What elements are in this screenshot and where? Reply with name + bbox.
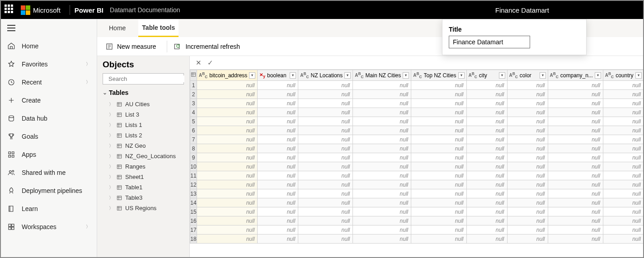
grid-cell[interactable]: null (298, 180, 353, 189)
grid-cell[interactable]: null (507, 126, 548, 135)
grid-cell[interactable]: null (548, 225, 603, 235)
table-row[interactable]: 8nullnullnullnullnullnullnullnullnull (190, 144, 644, 153)
grid-cell[interactable]: null (258, 180, 298, 189)
grid-cell[interactable]: null (197, 189, 258, 198)
row-number[interactable]: 11 (190, 171, 197, 180)
grid-cell[interactable]: null (507, 198, 548, 207)
grid-cell[interactable]: null (298, 225, 353, 235)
grid-cell[interactable]: null (258, 171, 298, 180)
grid-cell[interactable]: null (197, 207, 258, 216)
grid-cell[interactable]: null (411, 117, 466, 126)
nav-item-goals[interactable]: Goals (1, 127, 97, 145)
data-grid-scroll[interactable]: ABCbitcoin_address▾✕yboolean▾ABCNZ Locat… (190, 70, 643, 257)
grid-corner[interactable] (190, 70, 197, 81)
grid-cell[interactable]: null (411, 198, 466, 207)
table-tree-item[interactable]: 〉NZ Geo (103, 141, 184, 151)
column-header[interactable]: ABCNZ Locations▾ (298, 70, 353, 81)
tab-home[interactable]: Home (105, 20, 129, 36)
grid-cell[interactable]: null (411, 108, 466, 117)
grid-cell[interactable]: null (603, 162, 643, 171)
grid-cell[interactable]: null (466, 180, 507, 189)
column-filter-button[interactable]: ▾ (344, 72, 351, 79)
row-number[interactable]: 2 (190, 90, 197, 99)
formula-cancel-button[interactable]: ✕ (193, 58, 204, 68)
grid-cell[interactable]: null (298, 153, 353, 162)
grid-cell[interactable]: null (258, 126, 298, 135)
grid-cell[interactable]: null (411, 144, 466, 153)
datamart-name-label[interactable]: Finance Datamart (495, 6, 549, 14)
table-row[interactable]: 4nullnullnullnullnullnullnullnullnull (190, 108, 644, 117)
grid-cell[interactable]: null (298, 117, 353, 126)
nav-item-shared[interactable]: Shared with me (1, 164, 97, 182)
row-number[interactable]: 14 (190, 198, 197, 207)
grid-cell[interactable]: null (258, 216, 298, 225)
column-header[interactable]: ABCMain NZ Cities▾ (353, 70, 411, 81)
table-tree-item[interactable]: 〉Sheet1 (103, 172, 184, 182)
grid-cell[interactable]: null (258, 135, 298, 144)
grid-cell[interactable]: null (603, 90, 643, 99)
app-launcher-icon[interactable] (5, 5, 15, 15)
row-number[interactable]: 8 (190, 144, 197, 153)
row-number[interactable]: 5 (190, 117, 197, 126)
grid-cell[interactable]: null (603, 180, 643, 189)
row-number[interactable]: 3 (190, 99, 197, 108)
row-number[interactable]: 7 (190, 135, 197, 144)
grid-cell[interactable]: null (353, 207, 411, 216)
title-input[interactable] (449, 36, 530, 48)
table-tree-item[interactable]: 〉List 3 (103, 109, 184, 120)
column-header[interactable]: ABCcountry▾ (603, 70, 643, 81)
grid-cell[interactable]: null (258, 153, 298, 162)
grid-cell[interactable]: null (603, 216, 643, 225)
grid-cell[interactable]: null (507, 153, 548, 162)
grid-cell[interactable]: null (507, 99, 548, 108)
grid-cell[interactable]: null (507, 144, 548, 153)
column-filter-button[interactable]: ▾ (499, 72, 505, 79)
formula-input[interactable] (218, 57, 640, 68)
table-tree-item[interactable]: 〉AU Cities (103, 99, 184, 109)
grid-cell[interactable]: null (603, 171, 643, 180)
grid-cell[interactable]: null (258, 225, 298, 235)
grid-cell[interactable]: null (197, 198, 258, 207)
column-header[interactable]: ABCbitcoin_address▾ (197, 70, 258, 81)
tab-table-tools[interactable]: Table tools (138, 19, 179, 37)
grid-cell[interactable]: null (548, 171, 603, 180)
grid-cell[interactable]: null (258, 117, 298, 126)
table-row[interactable]: 1nullnullnullnullnullnullnullnullnull (190, 81, 644, 90)
grid-cell[interactable]: null (603, 108, 643, 117)
grid-cell[interactable]: null (197, 153, 258, 162)
grid-cell[interactable]: null (197, 171, 258, 180)
nav-item-apps[interactable]: Apps (1, 145, 97, 164)
nav-item-datahub[interactable]: Data hub (1, 109, 97, 127)
grid-cell[interactable]: null (353, 117, 411, 126)
grid-cell[interactable]: null (353, 225, 411, 235)
grid-cell[interactable]: null (298, 162, 353, 171)
grid-cell[interactable]: null (411, 225, 466, 235)
grid-cell[interactable]: null (298, 235, 353, 244)
grid-cell[interactable]: null (197, 162, 258, 171)
row-number[interactable]: 16 (190, 216, 197, 225)
grid-cell[interactable]: null (258, 189, 298, 198)
grid-cell[interactable]: null (548, 189, 603, 198)
grid-cell[interactable]: null (507, 235, 548, 244)
grid-cell[interactable]: null (466, 81, 507, 90)
table-row[interactable]: 15nullnullnullnullnullnullnullnullnull (190, 207, 644, 216)
grid-cell[interactable]: null (411, 99, 466, 108)
grid-cell[interactable]: null (411, 81, 466, 90)
grid-cell[interactable]: null (197, 81, 258, 90)
grid-cell[interactable]: null (298, 108, 353, 117)
grid-cell[interactable]: null (197, 126, 258, 135)
grid-cell[interactable]: null (298, 144, 353, 153)
grid-cell[interactable]: null (603, 207, 643, 216)
objects-search[interactable] (103, 73, 184, 84)
grid-cell[interactable]: null (603, 99, 643, 108)
grid-cell[interactable]: null (548, 235, 603, 244)
grid-cell[interactable]: null (466, 144, 507, 153)
column-filter-button[interactable]: ▾ (458, 72, 465, 79)
grid-cell[interactable]: null (548, 117, 603, 126)
grid-cell[interactable]: null (353, 180, 411, 189)
grid-cell[interactable]: null (411, 235, 466, 244)
table-tree-item[interactable]: 〉Lists 1 (103, 120, 184, 130)
grid-cell[interactable]: null (466, 135, 507, 144)
table-row[interactable]: 12nullnullnullnullnullnullnullnullnull (190, 180, 644, 189)
grid-cell[interactable]: null (603, 144, 643, 153)
